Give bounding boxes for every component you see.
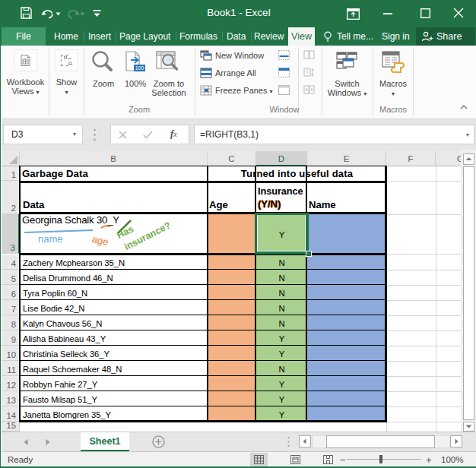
svg-text:100: 100 [135, 65, 144, 71]
